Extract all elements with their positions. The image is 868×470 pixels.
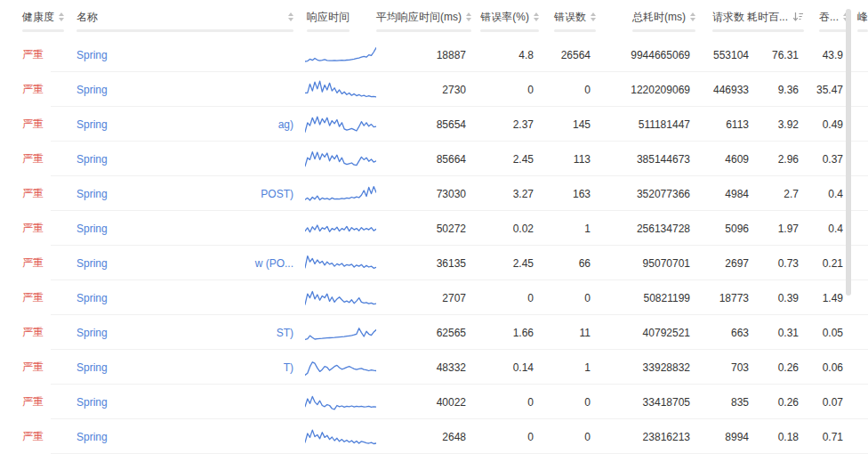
table-row: 严重Spring502720.02125613472850961.970.4 <box>0 211 868 246</box>
header-underline <box>857 29 868 32</box>
health-status-badge: 严重 <box>0 47 68 62</box>
cell-err_cnt: 113 <box>544 153 601 166</box>
service-name-prefix[interactable]: Spring <box>76 396 108 409</box>
column-header-pct[interactable]: 耗时百... <box>760 11 809 32</box>
column-header-avg_rt[interactable]: 平均响应时间(ms) <box>384 11 477 32</box>
column-label-thr: 吞... <box>819 11 839 23</box>
response-time-sparkline <box>301 356 384 379</box>
cell-avg_rt: 62565 <box>384 327 477 339</box>
health-status-badge: 严重 <box>0 255 68 271</box>
service-name-prefix[interactable]: Spring <box>76 431 108 443</box>
service-name-link[interactable]: Springw (PO... <box>68 257 301 270</box>
metrics-table: 健康度名称响应时间平均响应时间(ms)错误率(%)错误数总耗时(ms)请求数耗时… <box>0 0 868 470</box>
column-header-health[interactable]: 健康度 <box>0 11 68 32</box>
column-header-err_cnt[interactable]: 错误数 <box>544 11 601 32</box>
service-name-suffix[interactable]: T) <box>284 361 293 374</box>
cell-err_rate: 3.27 <box>477 188 544 200</box>
cell-avg_rt: 40022 <box>384 396 477 409</box>
sparkline-chart <box>305 252 376 275</box>
cell-err_cnt: 0 <box>544 84 601 96</box>
service-name-suffix[interactable]: ag) <box>278 118 293 131</box>
cell-total_ms: 40792521 <box>601 327 701 339</box>
column-header-total_ms[interactable]: 总耗时(ms) <box>601 11 701 32</box>
column-header-name[interactable]: 名称 <box>68 11 301 32</box>
service-name-link[interactable]: Spring <box>68 84 301 96</box>
sort-icon[interactable] <box>534 12 539 21</box>
service-name-link[interactable]: Spring <box>68 292 301 304</box>
service-name-link[interactable]: Spring <box>68 223 301 235</box>
service-name-link[interactable]: Springag) <box>68 118 301 131</box>
cell-err_rate: 0.14 <box>477 361 544 374</box>
service-name-link[interactable]: SpringPOST) <box>68 188 301 200</box>
table-row: 严重Spring856642.4511338514467346092.960.3… <box>0 142 868 176</box>
service-name-prefix[interactable]: Spring <box>76 188 108 200</box>
health-status-badge: 严重 <box>0 117 68 132</box>
header-underline <box>480 29 539 32</box>
service-name-prefix[interactable]: Spring <box>76 49 108 61</box>
service-name-prefix[interactable]: Spring <box>76 361 108 374</box>
sort-icon[interactable] <box>288 12 293 21</box>
cell-pct: 0.26 <box>760 361 809 374</box>
table-header: 健康度名称响应时间平均响应时间(ms)错误率(%)错误数总耗时(ms)请求数耗时… <box>0 0 868 37</box>
health-status-badge: 严重 <box>0 82 68 97</box>
service-name-prefix[interactable]: Spring <box>76 84 108 96</box>
cell-err_cnt: 26564 <box>544 49 601 61</box>
sort-descending-icon[interactable] <box>792 12 804 22</box>
table-row: 严重SpringPOST)730303.2716335207736649842.… <box>0 176 868 211</box>
cell-req_cnt: 8994 <box>701 431 760 443</box>
health-status-badge: 严重 <box>0 325 68 340</box>
service-name-link[interactable]: Spring <box>68 396 301 409</box>
service-name-prefix[interactable]: Spring <box>76 257 108 270</box>
service-name-link[interactable]: SpringST) <box>68 327 301 339</box>
cell-pct: 0.18 <box>760 431 809 443</box>
service-name-link[interactable]: SpringT) <box>68 361 301 374</box>
service-name-link[interactable]: Spring <box>68 49 301 61</box>
column-label-err_cnt: 错误数 <box>554 11 586 23</box>
cell-err_cnt: 163 <box>544 188 601 200</box>
cell-err_rate: 1.66 <box>477 327 544 339</box>
column-label-req_cnt: 请求数 <box>712 11 744 23</box>
service-name-prefix[interactable]: Spring <box>76 153 108 166</box>
column-header-spark: 响应时间 <box>301 11 384 32</box>
cell-total_ms: 33418705 <box>601 396 701 409</box>
service-name-prefix[interactable]: Spring <box>76 118 108 131</box>
service-name-prefix[interactable]: Spring <box>76 223 108 235</box>
table-row: 严重SpringST)625651.6611407925216630.310.0… <box>0 315 868 350</box>
cell-total_ms: 1220209069 <box>601 84 701 96</box>
health-status-badge: 严重 <box>0 429 68 444</box>
service-name-suffix[interactable]: POST) <box>261 188 293 200</box>
cell-thr: 0.06 <box>809 361 854 374</box>
cell-req_cnt: 663 <box>701 327 760 339</box>
cell-total_ms: 33928832 <box>601 361 701 374</box>
service-name-suffix[interactable]: ST) <box>277 327 293 339</box>
table-row: 严重Spring4002200334187058350.260.07 <box>0 385 868 419</box>
cell-pct: 0.31 <box>760 327 809 339</box>
cell-err_rate: 0.02 <box>477 223 544 235</box>
cell-avg_rt: 85654 <box>384 118 477 131</box>
cell-avg_rt: 18887 <box>384 49 477 61</box>
response-time-sparkline <box>301 148 384 171</box>
sparkline-chart <box>305 217 376 240</box>
service-name-prefix[interactable]: Spring <box>76 327 108 339</box>
cell-err_cnt: 11 <box>544 327 601 339</box>
service-name-link[interactable]: Spring <box>68 431 301 443</box>
column-header-err_rate[interactable]: 错误率(%) <box>477 11 544 32</box>
header-underline <box>376 29 471 32</box>
service-name-prefix[interactable]: Spring <box>76 292 108 304</box>
table-body: 严重Spring188874.826564994466506955310476.… <box>0 37 868 454</box>
cell-pct: 76.31 <box>760 49 809 61</box>
service-name-suffix[interactable]: w (PO... <box>255 257 293 270</box>
cell-avg_rt: 2730 <box>384 84 477 96</box>
sort-icon[interactable] <box>466 12 471 21</box>
sort-icon[interactable] <box>591 12 596 21</box>
table-row: 严重SpringT)483320.141339288327030.260.06 <box>0 350 868 385</box>
sparkline-chart <box>305 391 376 414</box>
column-label-health: 健康度 <box>22 11 54 23</box>
sort-icon[interactable] <box>690 12 695 21</box>
cell-req_cnt: 5096 <box>701 223 760 235</box>
service-name-link[interactable]: Spring <box>68 153 301 166</box>
sparkline-chart <box>305 78 376 101</box>
vertical-scrollbar-thumb[interactable] <box>846 9 851 296</box>
sparkline-chart <box>305 182 376 206</box>
sort-icon[interactable] <box>59 12 64 21</box>
